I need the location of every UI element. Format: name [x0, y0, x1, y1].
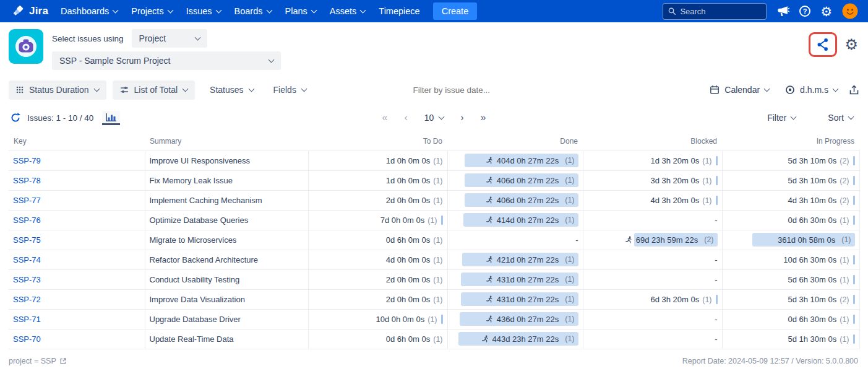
filter-label: Filter	[767, 113, 786, 123]
duration-count: (1)	[840, 335, 849, 344]
duration-count: (1)	[433, 177, 442, 185]
issue-key-link[interactable]: SSP-79	[13, 156, 41, 165]
gear-icon: ⚙	[844, 36, 858, 53]
help-button[interactable]	[799, 6, 810, 17]
create-button[interactable]: Create	[433, 2, 478, 20]
last-page-button[interactable]: »	[481, 113, 486, 123]
list-mode-button[interactable]: List of Total	[113, 81, 196, 100]
runner-icon	[486, 276, 493, 283]
refresh-button[interactable]	[10, 112, 21, 123]
issue-summary-cell: Implement Caching Mechanism	[145, 190, 308, 210]
duration-count: (2)	[840, 157, 849, 165]
duration-count: (1)	[433, 276, 442, 284]
duration-cell-todo: 0d 6h 0m 0s(1)	[308, 329, 447, 349]
export-button[interactable]	[849, 85, 859, 95]
issue-key-link[interactable]: SSP-71	[13, 315, 41, 324]
duration-value: 431d 0h 27m 22s	[497, 295, 559, 304]
chevron-down-icon	[833, 85, 839, 92]
issue-key-cell: SSP-76	[9, 210, 145, 230]
fields-button[interactable]: Fields	[265, 81, 315, 100]
pager-right-group: Filter Sort	[762, 113, 858, 123]
duration-cell-inprogress: 5d 1h 30m 0s(1)	[722, 329, 859, 349]
table-row[interactable]: SSP-75 Migrate to Microservices 0d 6h 0m…	[9, 230, 859, 250]
first-page-button[interactable]: «	[382, 113, 387, 123]
settings-button[interactable]: ⚙	[820, 5, 832, 18]
next-page-button[interactable]: ›	[460, 113, 463, 123]
page-size-select[interactable]: 10	[424, 113, 444, 123]
nav-menu-timepiece[interactable]: Timepiece	[372, 0, 426, 22]
issue-key-link[interactable]: SSP-74	[13, 255, 41, 264]
duration-value: 0d 6h 30m 0s	[788, 315, 836, 324]
column-header-inprogress: In Progress	[722, 132, 859, 151]
search-input[interactable]	[680, 7, 761, 16]
duration-mini-bar	[853, 216, 855, 225]
duration-cell-done: 404d 0h 27m 22s(1)	[447, 151, 583, 170]
profile-button[interactable]	[842, 3, 858, 19]
calendar-button[interactable]: Calendar	[705, 85, 774, 95]
gear-icon: ⚙	[820, 5, 832, 18]
issue-source-mode-select[interactable]: Project	[132, 29, 207, 48]
issue-key-link[interactable]: SSP-75	[13, 235, 41, 245]
jira-logo-text: Jira	[29, 5, 48, 17]
share-button[interactable]	[816, 38, 830, 51]
nav-menu-projects[interactable]: Projects	[124, 0, 179, 22]
issue-key-cell: SSP-70	[9, 329, 145, 349]
jql-query[interactable]: project = SSP	[9, 357, 67, 365]
table-row[interactable]: SSP-78 Fix Memory Leak Issue 1d 0h 0m 0s…	[9, 170, 859, 190]
issue-key-link[interactable]: SSP-78	[13, 176, 41, 185]
chart-view-button[interactable]	[102, 111, 120, 125]
filter-button[interactable]: Filter	[762, 113, 801, 123]
issue-key-link[interactable]: SSP-73	[13, 275, 41, 284]
nav-menu-assets[interactable]: Assets	[323, 0, 372, 22]
prev-page-button[interactable]: ‹	[404, 113, 407, 123]
sort-button[interactable]: Sort	[823, 113, 858, 123]
runner-icon	[486, 315, 493, 323]
report-type-button[interactable]: Status Duration	[9, 81, 106, 100]
duration-cell-inprogress: 10d 6h 30m 0s(1)	[722, 250, 859, 269]
nav-menu-plans[interactable]: Plans	[278, 0, 323, 22]
chevron-down-icon	[791, 113, 797, 120]
jira-logo[interactable]: Jira	[6, 4, 54, 19]
nav-menu-issues[interactable]: Issues	[179, 0, 228, 22]
duration-format-button[interactable]: d.h.m.s	[780, 85, 843, 95]
duration-value: -	[575, 235, 578, 245]
table-row[interactable]: SSP-72 Improve Data Visualization 2d 0h …	[9, 289, 859, 309]
issue-key-link[interactable]: SSP-77	[13, 196, 41, 205]
report-settings-button[interactable]: ⚙	[844, 37, 858, 52]
nav-menu-dashboards[interactable]: Dashboards	[54, 0, 124, 22]
table-row[interactable]: SSP-71 Upgrade Database Driver 10d 0h 0m…	[9, 309, 859, 329]
issue-key-link[interactable]: SSP-70	[13, 334, 41, 344]
page-footer: project = SSP Report Date: 2024-05-09 12…	[0, 349, 868, 365]
table-row[interactable]: SSP-76 Optimize Database Queries 7d 0h 0…	[9, 210, 859, 230]
table-row[interactable]: SSP-77 Implement Caching Mechanism 2d 0h…	[9, 190, 859, 210]
duration-cell-done: 431d 0h 27m 22s(1)	[447, 289, 583, 309]
issue-date-filter-input[interactable]	[413, 85, 539, 95]
statuses-button[interactable]: Statuses	[201, 81, 262, 100]
duration-count: (1)	[565, 315, 574, 323]
duration-value: 0d 6h 0m 0s	[386, 235, 431, 245]
pagination: « ‹ 10 › »	[382, 113, 486, 123]
global-search[interactable]	[663, 3, 767, 20]
duration-count: (1)	[433, 256, 442, 264]
duration-cell-blocked: 4d 3h 20m 0s(1)	[583, 190, 722, 210]
duration-count: (1)	[702, 177, 711, 185]
issue-key-link[interactable]: SSP-76	[13, 216, 41, 225]
table-row[interactable]: SSP-74 Refactor Backend Architecture 4d …	[9, 250, 859, 269]
chevron-down-icon	[269, 56, 275, 63]
duration-count: (1)	[433, 236, 442, 245]
list-mode-label: List of Total	[134, 85, 178, 95]
duration-value: 421d 0h 27m 22s	[497, 255, 559, 264]
issue-source-controls: Select issues using Project SSP - Sample…	[52, 29, 281, 70]
duration-badge: 406d 0h 27m 22s(1)	[465, 173, 578, 187]
issue-key-link[interactable]: SSP-72	[13, 295, 41, 304]
duration-count: (1)	[840, 276, 849, 284]
project-select[interactable]: SSP - Sample Scrum Project	[52, 51, 281, 70]
nav-menu-boards[interactable]: Boards	[228, 0, 278, 22]
chevron-down-icon	[764, 85, 770, 92]
table-row[interactable]: SSP-73 Conduct Usability Testing 2d 0h 0…	[9, 269, 859, 289]
table-row[interactable]: SSP-70 Update Real-Time Data 0d 6h 0m 0s…	[9, 329, 859, 349]
chevron-down-icon	[194, 34, 200, 40]
announcements-button[interactable]	[776, 5, 789, 17]
table-row[interactable]: SSP-79 Improve UI Responsiveness 1d 0h 0…	[9, 151, 859, 170]
share-button-annotation	[809, 32, 837, 57]
